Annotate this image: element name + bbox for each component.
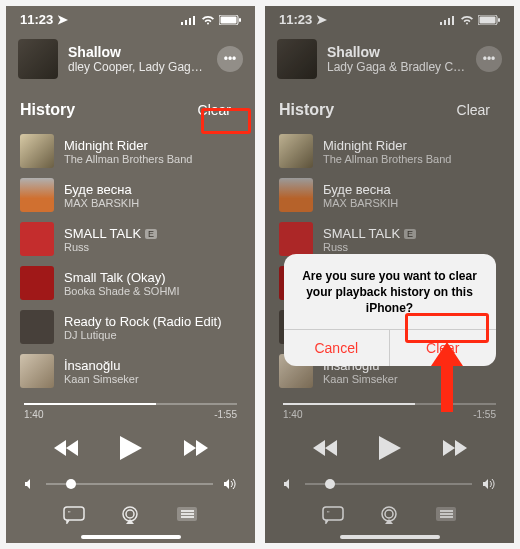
list-item[interactable]: SMALL TALKE Russ xyxy=(12,217,249,261)
rewind-button[interactable] xyxy=(52,438,82,458)
track-art xyxy=(20,354,54,388)
svg-rect-3 xyxy=(193,16,195,25)
track-title: Small Talk (Okay) xyxy=(64,270,241,285)
playback-controls xyxy=(6,420,255,472)
queue-button[interactable] xyxy=(176,506,198,524)
track-art xyxy=(20,222,54,256)
status-bar: 11:23 ➤ xyxy=(6,6,255,31)
track-title: Буде весна xyxy=(64,182,241,197)
more-button[interactable]: ••• xyxy=(217,46,243,72)
wifi-icon xyxy=(201,15,215,25)
history-label: History xyxy=(20,101,75,119)
volume-track[interactable] xyxy=(46,483,213,485)
list-item[interactable]: Small Talk (Okay) Booka Shade & SOHMI xyxy=(12,261,249,305)
list-item[interactable]: Midnight Rider The Allman Brothers Band xyxy=(12,129,249,173)
svg-rect-6 xyxy=(239,18,241,22)
explicit-badge: E xyxy=(145,229,157,239)
volume-slider[interactable] xyxy=(6,472,255,498)
track-artist: Russ xyxy=(64,241,241,253)
svg-rect-2 xyxy=(189,18,191,25)
track-art xyxy=(20,310,54,344)
track-artist: Booka Shade & SOHMI xyxy=(64,285,241,297)
ellipsis-icon: ••• xyxy=(224,52,237,66)
history-list[interactable]: Midnight Rider The Allman Brothers Band … xyxy=(6,129,255,393)
forward-button[interactable] xyxy=(180,438,210,458)
location-arrow-icon: ➤ xyxy=(57,12,68,27)
volume-low-icon xyxy=(24,478,36,490)
airplay-button[interactable] xyxy=(119,506,141,524)
track-title: Ready to Rock (Radio Edit) xyxy=(64,314,241,329)
track-artist: The Allman Brothers Band xyxy=(64,153,241,165)
album-art xyxy=(18,39,58,79)
svg-rect-1 xyxy=(185,20,187,25)
track-title: İnsanoğlu xyxy=(64,358,241,373)
battery-icon xyxy=(219,15,241,25)
volume-high-icon xyxy=(223,478,237,490)
signal-icon xyxy=(181,15,197,25)
svg-rect-7 xyxy=(64,507,84,520)
svg-point-10 xyxy=(126,510,134,518)
bottom-toolbar: " xyxy=(6,498,255,532)
now-playing-text: Shallow dley Cooper, Lady Gaga & xyxy=(68,44,207,74)
scrub-track[interactable] xyxy=(24,403,237,405)
dialog-cancel-button[interactable]: Cancel xyxy=(284,330,391,366)
svg-text:": " xyxy=(68,510,71,517)
annotation-arrow xyxy=(427,342,467,412)
track-artist: Kaan Simseker xyxy=(64,373,241,385)
phone-right: 11:23 ➤ Shallow Lady Gaga & Bradley Coop… xyxy=(265,6,514,543)
track-title: SMALL TALKE xyxy=(64,226,241,241)
svg-point-9 xyxy=(123,507,137,521)
status-time: 11:23 ➤ xyxy=(20,12,68,27)
time-elapsed: 1:40 xyxy=(24,409,43,420)
now-playing[interactable]: Shallow dley Cooper, Lady Gaga & ••• xyxy=(6,31,255,87)
now-playing-title: Shallow xyxy=(68,44,207,60)
list-item[interactable]: Ready to Rock (Radio Edit) DJ Lutique xyxy=(12,305,249,349)
svg-rect-0 xyxy=(181,22,183,25)
highlight-dialog-clear xyxy=(405,313,489,343)
track-artist: DJ Lutique xyxy=(64,329,241,341)
svg-rect-5 xyxy=(221,16,237,23)
phone-left: 11:23 ➤ Shallow dley Cooper, Lady Gaga &… xyxy=(6,6,255,543)
track-art xyxy=(20,266,54,300)
scrubber[interactable]: 1:40 -1:55 xyxy=(6,393,255,420)
track-title: Midnight Rider xyxy=(64,138,241,153)
list-item[interactable]: Буде весна MAX BARSKIH xyxy=(12,173,249,217)
list-item[interactable]: İnsanoğlu Kaan Simseker xyxy=(12,349,249,393)
time-remaining: -1:55 xyxy=(214,409,237,420)
highlight-clear-button xyxy=(201,108,251,134)
lyrics-button[interactable]: " xyxy=(63,506,85,524)
play-button[interactable] xyxy=(118,434,144,462)
home-indicator[interactable] xyxy=(81,535,181,539)
status-right xyxy=(181,15,241,25)
track-art xyxy=(20,178,54,212)
track-artist: MAX BARSKIH xyxy=(64,197,241,209)
track-art xyxy=(20,134,54,168)
now-playing-artist: dley Cooper, Lady Gaga & xyxy=(68,60,207,74)
